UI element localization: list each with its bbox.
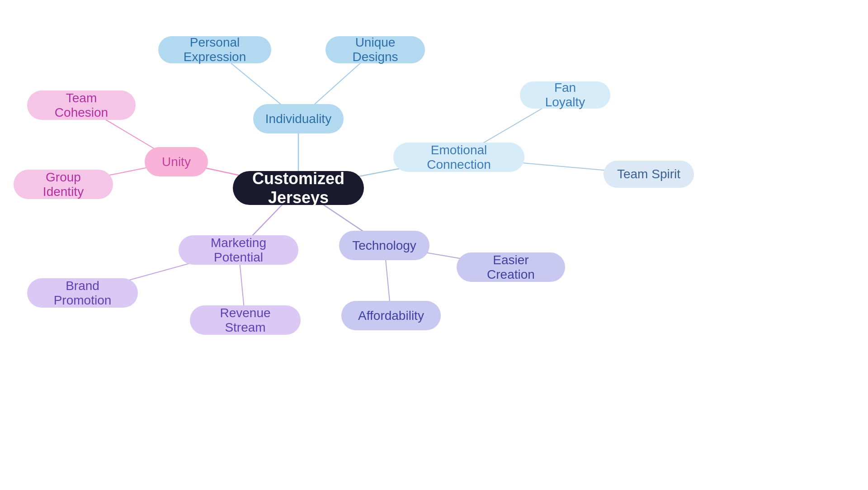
node-unity: Unity — [145, 147, 208, 176]
node-affordability: Affordability — [341, 301, 441, 330]
node-fan-loyalty: Fan Loyalty — [520, 81, 610, 109]
node-revenue-stream: Revenue Stream — [190, 305, 301, 335]
node-personal-expression: Personal Expression — [158, 36, 271, 63]
node-team-cohesion: Team Cohesion — [27, 90, 136, 120]
node-brand-promotion: Brand Promotion — [27, 278, 138, 308]
node-group-identity: Group Identity — [14, 170, 113, 199]
node-team-spirit: Team Spirit — [604, 161, 694, 188]
node-marketing-potential: Marketing Potential — [179, 235, 298, 265]
node-emotional-connection: Emotional Connection — [393, 143, 524, 172]
node-center: Customized Jerseys — [233, 171, 364, 205]
node-technology: Technology — [339, 231, 429, 260]
node-easier-creation: Easier Creation — [457, 252, 565, 282]
node-unique-designs: Unique Designs — [326, 36, 425, 63]
node-individuality: Individuality — [253, 104, 344, 133]
